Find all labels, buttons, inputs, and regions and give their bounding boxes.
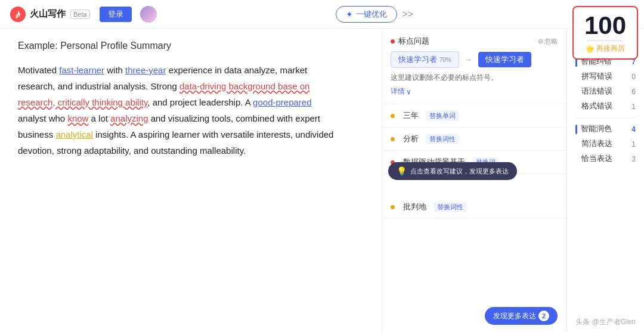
logo-text: 火山写作 xyxy=(30,8,66,20)
word-suggested[interactable]: 快速学习者 xyxy=(478,52,531,67)
detail-label: 详情 xyxy=(391,86,405,97)
doc-title: Example: Personal Profile Summary xyxy=(18,41,364,51)
good-prepared-text[interactable]: good-prepared xyxy=(253,97,311,107)
qiadang-count: 3 xyxy=(631,155,636,163)
body-text-1: Motivated xyxy=(18,65,59,75)
suggestion-type-row: 标点问题 xyxy=(391,36,429,46)
sannian-replace-tag: 替换单词 xyxy=(426,111,459,121)
word-compare: 快速学习者 70% → 快速学习者 xyxy=(391,51,558,68)
suggestion-punctuation-header: 标点问题 ⊘ 忽略 xyxy=(391,36,558,46)
doc-body: Motivated fast-learner with three-year e… xyxy=(18,62,340,159)
score-text: 再接再厉 xyxy=(596,44,625,54)
ignore-label: 忽略 xyxy=(544,37,558,46)
qiadang-label: 恰当表达 xyxy=(575,154,612,164)
analyzing-text[interactable]: analyzing xyxy=(110,113,148,123)
suggestion-item-sannian[interactable]: 三年 替换单词 xyxy=(382,104,566,128)
yufa-count: 6 xyxy=(631,88,636,96)
main: Example: Personal Profile Summary Motiva… xyxy=(0,29,644,332)
optimize-button[interactable]: ✦ 一键优化 xyxy=(336,6,397,23)
three-year-text[interactable]: three-year xyxy=(125,65,166,75)
sidebar-item-geshi[interactable]: 格式错误 1 xyxy=(567,99,644,114)
pinxie-label: 拼写错误 xyxy=(575,72,612,82)
dot-red-icon xyxy=(391,39,395,44)
login-button[interactable]: 登录 xyxy=(100,7,132,22)
geshi-label: 格式错误 xyxy=(575,101,612,111)
jianjie-count: 1 xyxy=(631,140,636,148)
dot-orange-pijuandi-icon xyxy=(391,205,395,209)
detail-button[interactable]: 详情 ∨ xyxy=(391,86,558,97)
runse-label: 智能润色 xyxy=(581,124,612,134)
bulb-icon: 💡 xyxy=(397,166,407,176)
sidebar-item-yufa[interactable]: 语法错误 6 xyxy=(567,84,644,99)
sannian-label: 三年 xyxy=(403,110,419,121)
suggestion-item-data-driven-container: 数据驱动背景基于 替换词 💡 点击查看改写建议，发现更多表达 xyxy=(382,151,566,174)
score-emoji: 🌟 xyxy=(586,45,595,53)
circle-x-icon: ⊘ xyxy=(538,38,543,45)
more-icon: >> xyxy=(402,9,413,20)
score-box: 100 🌟 再接再厉 xyxy=(572,6,638,60)
active-bar2-icon xyxy=(575,125,577,134)
right-sidebar: 全部建议 11 智能纠错 7 拼写错误 0 语法错误 6 格式错误 1 xyxy=(566,29,644,332)
optimize-icon: ✦ xyxy=(346,10,353,19)
tooltip-bar: 💡 点击查看改写建议，发现更多表达 xyxy=(388,162,517,180)
yufa-label: 语法错误 xyxy=(575,86,612,97)
ignore-button[interactable]: ⊘ 忽略 xyxy=(538,37,558,46)
suggestion-item-pijuandi[interactable]: 批判地 替换词性 xyxy=(382,196,566,219)
analytical-text[interactable]: analytical xyxy=(55,129,93,139)
suggestion-desc: 这里建议删除不必要的标点符号。 xyxy=(391,73,558,83)
body-text-4: , and project leadership. A xyxy=(147,97,253,107)
beta-badge: Beta xyxy=(70,10,90,19)
fenxi-label: 分析 xyxy=(403,134,419,144)
sidebar-item-zhineng-runse[interactable]: 智能润色 4 xyxy=(567,122,644,136)
dot-orange-icon xyxy=(391,114,395,118)
chevron-down-icon: ∨ xyxy=(406,88,411,96)
body-text-2: with xyxy=(104,65,125,75)
score-divider xyxy=(587,41,623,41)
fenxi-replace-tag: 替换词性 xyxy=(426,134,459,144)
watermark: 头条 @生产者Glen xyxy=(575,317,636,327)
header-center: ✦ 一键优化 >> xyxy=(157,6,593,23)
suggestion-item-fenxi[interactable]: 分析 替换词性 xyxy=(382,128,566,151)
sidebar-item-pinxie[interactable]: 拼写错误 0 xyxy=(567,69,644,84)
fast-learner-text[interactable]: fast-learner xyxy=(59,65,104,75)
sidebar-divider xyxy=(575,117,636,118)
body-text-6: a lot xyxy=(88,113,110,123)
editor-area: Example: Personal Profile Summary Motiva… xyxy=(0,29,382,332)
word-original: 快速学习者 70% xyxy=(391,51,459,68)
runse-count: 4 xyxy=(631,125,636,134)
score-label: 🌟 再接再厉 xyxy=(574,44,637,54)
pinxie-count: 0 xyxy=(631,73,636,81)
discover-label: 发现更多表达 xyxy=(493,311,536,321)
dot-orange-fenxi-icon xyxy=(391,137,395,141)
header: 火山写作 Beta 登录 ✦ 一键优化 >> 全部建议 11 xyxy=(0,0,644,29)
pijuandi-replace-tag: 替换词性 xyxy=(434,202,467,212)
sidebar-item-jianjie[interactable]: 简洁表达 1 xyxy=(567,136,644,151)
pijuandi-label: 批判地 xyxy=(403,201,426,212)
suggestion-type-label: 标点问题 xyxy=(398,36,429,46)
optimize-label: 一键优化 xyxy=(356,9,387,20)
avatar-button[interactable] xyxy=(140,6,157,23)
discover-count: 2 xyxy=(538,311,549,321)
sidebar-item-qiadang[interactable]: 恰当表达 3 xyxy=(567,151,644,166)
tooltip-text: 点击查看改写建议，发现更多表达 xyxy=(410,167,509,176)
logo-area: 火山写作 Beta 登录 xyxy=(10,6,157,23)
logo-icon xyxy=(10,6,26,23)
jianjie-label: 简洁表达 xyxy=(575,139,612,149)
geshi-count: 1 xyxy=(631,103,636,111)
discover-button[interactable]: 发现更多表达 2 xyxy=(485,307,558,325)
body-text-5: analyst who xyxy=(18,113,67,123)
sidebar-runse-left: 智能润色 xyxy=(575,124,612,134)
suggestion-panel: 标点问题 ⊘ 忽略 快速学习者 70% → 快速学习者 这里建议删除不必要的标点… xyxy=(382,29,566,332)
score-number: 100 xyxy=(574,13,637,38)
arrow-right-icon: → xyxy=(465,55,472,64)
know-text[interactable]: know xyxy=(67,113,88,123)
suggestion-item-punctuation: 标点问题 ⊘ 忽略 快速学习者 70% → 快速学习者 这里建议删除不必要的标点… xyxy=(382,29,566,104)
